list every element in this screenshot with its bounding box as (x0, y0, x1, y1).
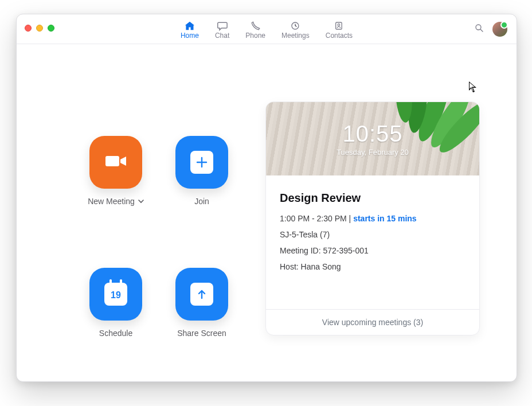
new-meeting-label-row[interactable]: New Meeting (88, 197, 144, 206)
nav-chat-label: Chat (215, 32, 229, 40)
calendar-card: 10:55 Tuesday, February 20 Design Review… (265, 102, 480, 335)
maximize-window-button[interactable] (48, 25, 54, 32)
upload-icon (190, 283, 213, 306)
nav-meetings[interactable]: Meetings (281, 20, 310, 40)
schedule-label: Schedule (99, 329, 132, 338)
nav-contacts[interactable]: Contacts (326, 20, 353, 40)
share-screen-button[interactable] (175, 268, 228, 321)
nav-meetings-label: Meetings (281, 32, 310, 40)
meeting-id: Meeting ID: 572-395-001 (280, 246, 466, 255)
nav-home[interactable]: Home (181, 20, 199, 40)
contacts-icon (333, 20, 345, 32)
clock-icon (290, 20, 301, 32)
profile-avatar[interactable] (492, 22, 507, 37)
share-label: Share Screen (177, 329, 226, 338)
chevron-down-icon (138, 199, 144, 204)
top-nav: Home Chat Phone (181, 20, 353, 40)
calendar-day: 19 (111, 290, 121, 300)
calendar-icon: 19 (104, 283, 127, 306)
clock-time: 10:55 (342, 121, 402, 147)
meeting-details: Design Review 1:00 PM - 2:30 PM | starts… (266, 175, 479, 293)
nav-chat[interactable]: Chat (215, 20, 229, 40)
meeting-time-row: 1:00 PM - 2:30 PM | starts in 15 mins (280, 214, 466, 223)
nav-contacts-label: Contacts (326, 32, 353, 40)
svg-point-2 (338, 24, 341, 26)
phone-icon (250, 20, 261, 32)
right-panel: 10:55 Tuesday, February 20 Design Review… (257, 44, 517, 381)
new-meeting-tile: New Meeting (73, 136, 159, 249)
app-window: Home Chat Phone (16, 14, 517, 382)
titlebar-tools (474, 22, 507, 37)
new-meeting-button[interactable] (89, 136, 142, 189)
new-meeting-label: New Meeting (88, 197, 135, 206)
plus-icon (190, 151, 213, 174)
schedule-button[interactable]: 19 (89, 268, 142, 321)
window-controls (25, 25, 54, 32)
chat-icon (217, 20, 228, 32)
home-icon (184, 20, 195, 32)
video-icon (103, 153, 128, 172)
nav-home-label: Home (181, 32, 199, 40)
meeting-separator: | (347, 214, 353, 223)
view-upcoming-button[interactable]: View upcoming meetings (3) (266, 310, 479, 335)
titlebar: Home Chat Phone (17, 14, 517, 44)
share-tile: Share Screen (159, 268, 245, 381)
clock-date: Tuesday, February 20 (337, 148, 409, 157)
close-window-button[interactable] (25, 25, 32, 32)
meeting-host: Host: Hana Song (280, 262, 466, 271)
main-body: New Meeting Join (17, 44, 517, 381)
view-upcoming-label: View upcoming meetings (3) (322, 318, 423, 327)
nav-phone-label: Phone (245, 32, 265, 40)
meeting-starts-in: starts in 15 mins (353, 214, 417, 223)
card-hero: 10:55 Tuesday, February 20 (266, 102, 479, 175)
svg-point-3 (476, 25, 481, 30)
minimize-window-button[interactable] (36, 25, 43, 32)
nav-phone[interactable]: Phone (245, 20, 265, 40)
svg-rect-4 (105, 156, 119, 166)
hero-time: 10:55 Tuesday, February 20 (266, 102, 479, 175)
search-icon[interactable] (474, 23, 484, 36)
meeting-room: SJ-5-Tesla (7) (280, 230, 466, 239)
schedule-tile: 19 Schedule (73, 268, 159, 381)
join-button[interactable] (175, 136, 228, 189)
meeting-time-range: 1:00 PM - 2:30 PM (280, 214, 347, 223)
join-label: Join (194, 197, 209, 206)
presence-indicator (500, 21, 508, 29)
join-tile: Join (159, 136, 245, 249)
meeting-title: Design Review (280, 192, 466, 205)
action-grid: New Meeting Join (17, 44, 257, 381)
